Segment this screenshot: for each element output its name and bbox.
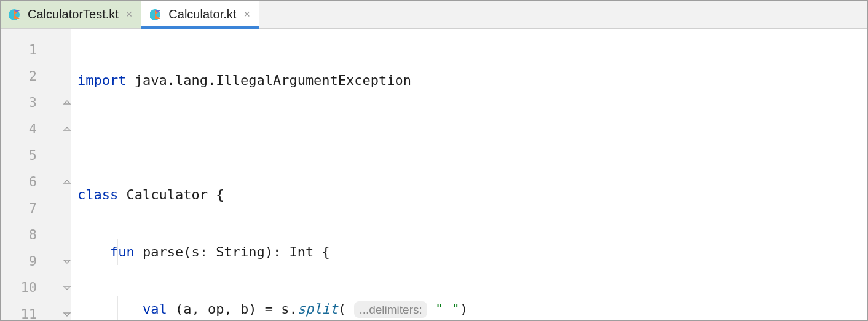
fold-open-icon[interactable] xyxy=(63,125,71,133)
code-area[interactable]: import java.lang.IllegalArgumentExceptio… xyxy=(71,29,867,320)
line-number: 8 xyxy=(1,221,71,248)
line-number: 5 xyxy=(1,142,71,168)
fold-open-icon[interactable] xyxy=(63,178,71,186)
close-icon[interactable]: × xyxy=(241,8,250,21)
code-line: class Calculator { xyxy=(71,181,867,208)
code-line: import java.lang.IllegalArgumentExceptio… xyxy=(71,67,867,93)
code-line: val (a, op, b) = s.split( ...delimiters:… xyxy=(71,296,867,321)
line-number: 11 xyxy=(1,301,71,321)
line-number: 2 xyxy=(1,63,71,89)
tab-calculator[interactable]: Calculator.kt × xyxy=(141,1,259,28)
line-number: 1 xyxy=(1,36,71,63)
editor: 1 2 3 4 5 6 7 8 9 10 11 import java.lang… xyxy=(1,29,867,320)
tab-bar: CalculatorTest.kt × Calculator.kt × xyxy=(1,1,867,29)
code-line xyxy=(71,124,867,151)
tab-label: CalculatorTest.kt xyxy=(28,7,119,22)
close-icon[interactable]: × xyxy=(124,8,133,21)
fold-close-icon[interactable] xyxy=(63,257,71,266)
line-number: 6 xyxy=(1,168,71,195)
tab-calculatortest[interactable]: CalculatorTest.kt × xyxy=(1,1,141,28)
fold-open-icon[interactable] xyxy=(63,98,71,107)
tab-label: Calculator.kt xyxy=(168,7,236,22)
line-number: 7 xyxy=(1,195,71,221)
kotlin-file-icon xyxy=(150,8,164,22)
code-line: fun parse(s: String): Int { xyxy=(71,239,867,265)
kotlin-file-icon xyxy=(9,8,23,22)
fold-close-icon[interactable] xyxy=(63,310,71,319)
fold-close-icon[interactable] xyxy=(63,283,71,292)
line-number: 9 xyxy=(1,248,71,274)
gutter: 1 2 3 4 5 6 7 8 9 10 11 xyxy=(1,29,71,320)
line-number: 3 xyxy=(1,89,71,116)
line-number: 10 xyxy=(1,274,71,301)
line-number: 4 xyxy=(1,116,71,142)
parameter-hint: ...delimiters: xyxy=(354,301,427,318)
